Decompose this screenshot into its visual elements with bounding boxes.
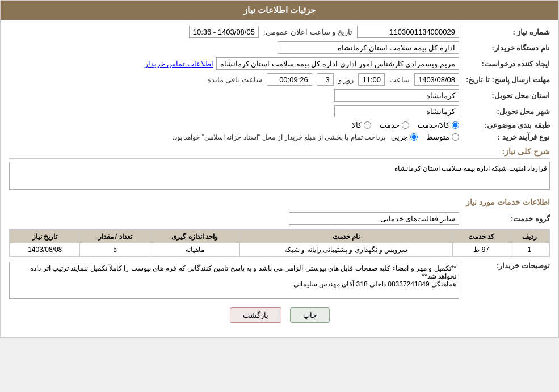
gorooh-khedmat-label: گروه خدمت: xyxy=(459,214,550,223)
gorooh-khedmat-value: سایر فعالیت‌های خدماتی xyxy=(289,212,459,225)
nam-dastgah-row: نام دستگاه خریدار: اداره کل بیمه سلامت ا… xyxy=(9,41,550,54)
radio-kala-khedmat-input[interactable] xyxy=(452,121,459,129)
radio-kala-label: کالا xyxy=(352,121,362,129)
radio-khedmat-input[interactable] xyxy=(402,121,409,129)
tabaqa-label: طبقه بندی موضوعی: xyxy=(459,121,550,129)
cell-tarikh: 1403/08/08 xyxy=(10,243,80,256)
mohlet-date: 1403/08/08 xyxy=(414,73,459,86)
cell-kod: 97-ط xyxy=(452,243,510,256)
services-table-container: ردیف کد خدمت نام خدمت واحد اندازه گیری ت… xyxy=(9,229,550,257)
ostan-tahvil-value: کرمانشاه xyxy=(334,89,459,102)
tabaqa-radio-group: کالا خدمت کالا/خدمت xyxy=(352,121,459,129)
mohlet-rooz-label: روز و xyxy=(334,75,359,84)
radio-jozii-input[interactable] xyxy=(410,133,418,141)
mohlet-rooz: 3 xyxy=(317,73,334,86)
print-button[interactable]: چاپ xyxy=(290,307,330,323)
content: شماره نیاز : 1103001134000029 تاریخ و سا… xyxy=(1,20,558,337)
radio-motovaset-label: متوسط xyxy=(426,133,449,141)
col-tedad: تعداد / مقدار xyxy=(80,230,150,243)
radio-kala-khedmat-label: کالا/خدمت xyxy=(418,121,449,129)
nam-dastgah-label: نام دستگاه خریدار: xyxy=(459,44,550,52)
col-kod: کد خدمت xyxy=(452,230,510,243)
nam-dastgah-value: اداره کل بیمه سلامت استان کرمانشاه xyxy=(278,41,459,54)
shomara-niaz-label: شماره نیاز : xyxy=(459,28,550,36)
mohlet-label: مهلت ارسال پاسخ: تا تاریخ: xyxy=(459,75,550,84)
page-title: جزئیات اطلاعات نیاز xyxy=(243,5,316,15)
tosihaat-label: توصیحات خریدار: xyxy=(459,262,550,270)
radio-kala-input[interactable] xyxy=(364,121,371,129)
nove-farayand-row: نوع فرآیند خرید : جزیی متوسط پرداخت تمام… xyxy=(9,133,550,141)
back-button[interactable]: بازگشت xyxy=(230,307,281,323)
table-header-row: ردیف کد خدمت نام خدمت واحد اندازه گیری ت… xyxy=(10,230,549,243)
tabaqa-row: طبقه بندی موضوعی: کالا خدمت کالا/خدمت xyxy=(9,121,550,129)
radio-kala-item: کالا xyxy=(352,121,371,129)
shomara-niaz-value: 1103001134000029 xyxy=(357,26,459,38)
nove-farayand-label: نوع فرآیند خرید : xyxy=(459,133,550,141)
mohlet-saat: 11:00 xyxy=(358,73,385,86)
page-wrapper: جزئیات اطلاعات نیاز شماره نیاز : 1103001… xyxy=(0,0,559,338)
tosihaat-textarea[interactable]: **تکمیل و مهر و امضاء کلیه صفحات فایل ها… xyxy=(9,262,459,299)
table-row: 1 97-ط سرویس و نگهداری و پشتیبانی رایانه… xyxy=(10,243,549,256)
radio-khedmat-item: خدمت xyxy=(380,121,409,129)
cell-tedad: 5 xyxy=(80,243,150,256)
ijad-konande-label: ایجاد کننده درخواست: xyxy=(459,60,550,68)
mohlet-saat-label: ساعت xyxy=(385,75,414,84)
radio-khedmat-label: خدمت xyxy=(380,121,400,129)
tosihaat-row: توصیحات خریدار: **تکمیل و مهر و امضاء کل… xyxy=(9,262,550,299)
ijad-konande-row: ایجاد کننده درخواست: مریم ویسمرادی کارشن… xyxy=(9,57,550,70)
radio-kala-khedmat-item: کالا/خدمت xyxy=(418,121,459,129)
services-table: ردیف کد خدمت نام خدمت واحد اندازه گیری ت… xyxy=(10,230,549,256)
sharh-container: قرارداد امنیت شبکه اداره بیمه سلامت استا… xyxy=(9,162,550,192)
col-nam: نام خدمت xyxy=(239,230,452,243)
shahr-tahvil-row: شهر محل تحویل: کرمانشاه xyxy=(9,105,550,117)
radio-motovaset-item: متوسط xyxy=(426,133,459,141)
mohlet-row: مهلت ارسال پاسخ: تا تاریخ: 1403/08/08 سا… xyxy=(9,73,550,86)
nove-farayand-note: پرداخت تمام یا بخشی از مبلغ خریدار از مح… xyxy=(173,133,385,141)
farayand-radio-group: جزیی متوسط xyxy=(391,133,459,141)
buttons-row: بازگشت چاپ xyxy=(9,307,550,323)
gorooh-khedmat-row: گروه خدمت: سایر فعالیت‌های خدماتی xyxy=(9,212,550,225)
ettelaat-tamas-link[interactable]: اطلاعات تماس خریدار xyxy=(142,60,216,68)
cell-radif: 1 xyxy=(510,243,549,256)
ostan-tahvil-label: استان محل تحویل: xyxy=(459,91,550,100)
mohlet-mande: 00:09:26 xyxy=(267,73,312,86)
ijad-konande-value: مریم ویسمرادی کارشناس امور اداری اداره ک… xyxy=(216,57,459,70)
cell-nam: سرویس و نگهداری و پشتیبانی رایانه و شبکه xyxy=(239,243,452,256)
mohlet-mande-label: ساعت باقی مانده xyxy=(203,75,267,84)
cell-vahed: ماهیانه xyxy=(150,243,239,256)
shahr-tahvil-value: کرمانشاه xyxy=(334,105,459,117)
col-radif: ردیف xyxy=(510,230,549,243)
tarikhe-elaan-label: تاریخ و ساعت اعلان عمومی: xyxy=(259,28,357,36)
tarikhe-elaan-value: 1403/08/05 - 10:36 xyxy=(189,26,259,38)
radio-jozii-label: جزیی xyxy=(391,133,408,141)
col-tarikh: تاریخ نیاز xyxy=(10,230,80,243)
col-vahed: واحد اندازه گیری xyxy=(150,230,239,243)
radio-motovaset-input[interactable] xyxy=(452,133,459,141)
ostan-tahvil-row: استان محل تحویل: کرمانشاه xyxy=(9,89,550,102)
radio-jozii-item: جزیی xyxy=(391,133,418,141)
khadamat-section-title: اطلاعات خدمات مورد نیاز xyxy=(9,197,550,209)
sharh-textarea[interactable]: قرارداد امنیت شبکه اداره بیمه سلامت استا… xyxy=(9,162,550,190)
shahr-tahvil-label: شهر محل تحویل: xyxy=(459,107,550,116)
shomara-row: شماره نیاز : 1103001134000029 تاریخ و سا… xyxy=(9,26,550,38)
sharh-section-title: شرح کلی نیاز: xyxy=(9,147,550,159)
header-bar: جزئیات اطلاعات نیاز xyxy=(1,1,558,20)
